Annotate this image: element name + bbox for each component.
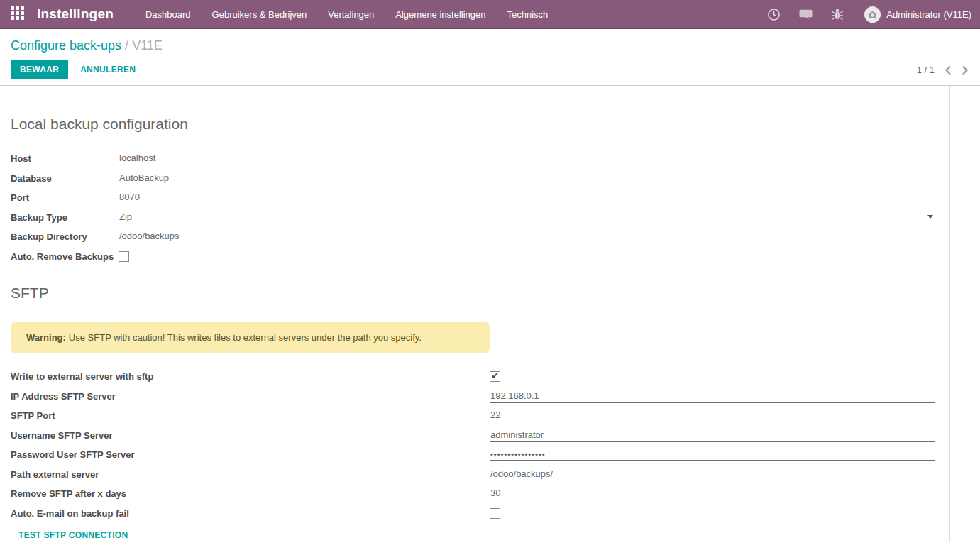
auto-remove-checkbox[interactable]: [119, 251, 129, 262]
database-label: Database: [11, 173, 119, 184]
breadcrumb-current: V11E: [132, 38, 163, 53]
remove-days-label: Remove SFTP after x days: [11, 488, 490, 499]
field-row-auto-remove: Auto. Remove Backups: [11, 247, 935, 267]
email-fail-checkbox[interactable]: [490, 508, 500, 519]
nav-item-general-settings[interactable]: Algemene instellingen: [385, 0, 496, 29]
ip-address-input[interactable]: [490, 390, 935, 403]
control-panel: Configure back-ups / V11E BEWAAR ANNULER…: [0, 29, 980, 86]
nav-item-technical[interactable]: Technisch: [497, 0, 559, 29]
field-row-password: Password User SFTP Server: [11, 445, 935, 465]
pager-next-icon[interactable]: [962, 65, 969, 75]
messages-chat-icon[interactable]: [799, 8, 813, 21]
field-row-ip-address: IP Address SFTP Server: [11, 387, 935, 407]
ip-address-label: IP Address SFTP Server: [11, 391, 490, 402]
backup-directory-input[interactable]: [119, 230, 935, 243]
breadcrumb: Configure back-ups / V11E: [0, 29, 980, 53]
backup-directory-label: Backup Directory: [11, 231, 119, 242]
user-menu[interactable]: Administrator (V11E): [864, 6, 971, 23]
write-sftp-label: Write to external server with sftp: [11, 371, 490, 382]
username-label: Username SFTP Server: [11, 430, 490, 441]
field-row-email-fail: Auto. E-mail on backup fail: [11, 504, 935, 524]
breadcrumb-parent-link[interactable]: Configure back-ups: [11, 38, 121, 53]
sftp-port-label: SFTP Port: [11, 410, 490, 421]
host-input[interactable]: [119, 152, 935, 165]
activities-clock-icon[interactable]: [767, 8, 781, 21]
write-sftp-checkbox[interactable]: [490, 371, 500, 382]
field-row-sftp-port: SFTP Port: [11, 406, 935, 426]
breadcrumb-separator: /: [125, 38, 128, 53]
field-row-path: Path external server: [11, 465, 935, 485]
user-name: Administrator (V11E): [886, 9, 971, 20]
field-row-backup-type: Backup Type: [11, 208, 935, 228]
field-row-username: Username SFTP Server: [11, 426, 935, 446]
password-label: Password User SFTP Server: [11, 449, 490, 460]
path-label: Path external server: [11, 469, 490, 480]
backup-type-select[interactable]: [119, 211, 935, 224]
auto-remove-label: Auto. Remove Backups: [11, 251, 119, 262]
save-button[interactable]: BEWAAR: [11, 60, 68, 79]
top-navbar: Instellingen Dashboard Gebruikers & Bedr…: [0, 0, 980, 29]
nav-item-users-companies[interactable]: Gebruikers & Bedrijven: [202, 0, 318, 29]
sftp-port-input[interactable]: [490, 409, 935, 422]
app-title[interactable]: Instellingen: [37, 6, 114, 22]
port-input[interactable]: [119, 191, 935, 204]
field-row-port: Port: [11, 188, 935, 208]
pager-previous-icon[interactable]: [945, 65, 952, 75]
field-row-remove-days: Remove SFTP after x days: [11, 484, 935, 504]
field-row-write-sftp: Write to external server with sftp: [11, 367, 935, 387]
cancel-button[interactable]: ANNULEREN: [71, 60, 145, 79]
sftp-warning-alert: Warning: Use SFTP with caution! This wri…: [11, 322, 490, 353]
section-title-local-backup: Local backup configuration: [11, 86, 935, 133]
field-row-host: Host: [11, 149, 935, 169]
form-sheet: Local backup configuration Host Database…: [0, 86, 950, 542]
field-row-database: Database: [11, 169, 935, 189]
bug-icon[interactable]: [831, 8, 844, 21]
nav-item-translations[interactable]: Vertalingen: [317, 0, 385, 29]
remove-days-input[interactable]: [490, 487, 935, 500]
pager-value: 1 / 1: [917, 65, 935, 75]
nav-item-dashboard[interactable]: Dashboard: [135, 0, 202, 29]
top-menu: Dashboard Gebruikers & Bedrijven Vertali…: [135, 0, 558, 29]
avatar: [864, 6, 881, 23]
warning-text: Use SFTP with caution! This writes files…: [69, 332, 422, 343]
warning-prefix: Warning:: [26, 332, 66, 343]
apps-grid-icon[interactable]: [11, 6, 26, 22]
host-label: Host: [11, 153, 119, 164]
username-input[interactable]: [490, 429, 935, 442]
backup-type-label: Backup Type: [11, 212, 119, 223]
section-title-sftp: SFTP: [11, 266, 935, 302]
path-input[interactable]: [490, 468, 935, 481]
field-row-backup-directory: Backup Directory: [11, 227, 935, 247]
email-fail-label: Auto. E-mail on backup fail: [11, 508, 490, 519]
test-sftp-connection-button[interactable]: TEST SFTP CONNECTION: [18, 530, 128, 540]
pager: 1 / 1: [917, 65, 969, 75]
database-input[interactable]: [119, 172, 935, 185]
port-label: Port: [11, 192, 119, 203]
local-backup-fields: Host Database Port Backup Type Backup Di…: [11, 149, 935, 266]
password-input[interactable]: [490, 449, 935, 461]
sftp-fields: Write to external server with sftp IP Ad…: [11, 367, 935, 523]
